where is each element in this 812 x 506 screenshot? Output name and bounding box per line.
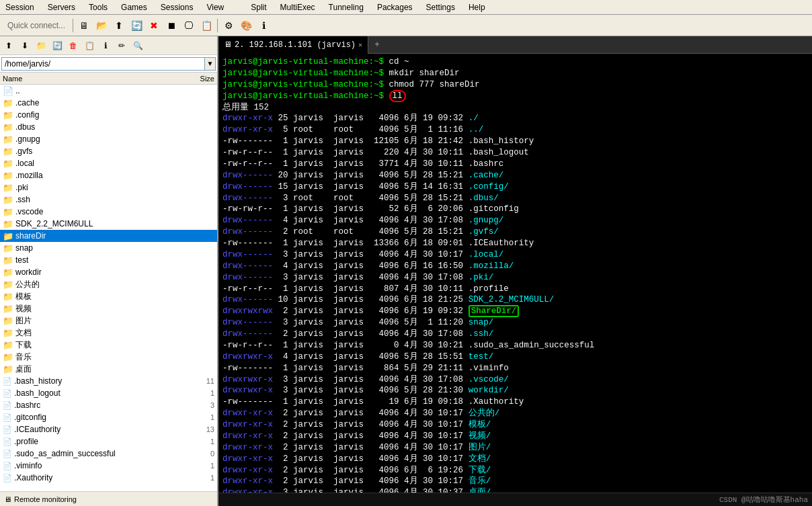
file-name: SDK_2.2_MCIM6ULL: [15, 219, 93, 228]
watermark: CSDN @咕噜咕噜斯基haha: [218, 493, 812, 506]
col-name-header: Name: [3, 75, 188, 83]
list-item[interactable]: 📁公共的: [0, 278, 217, 290]
up-icon[interactable]: ⬆: [111, 17, 127, 34]
list-item[interactable]: 📄.sudo_as_admin_successful0: [0, 448, 217, 460]
list-item[interactable]: 📁桌面: [0, 363, 217, 375]
col-size-header: Size: [188, 75, 214, 83]
menu-servers[interactable]: Servers: [45, 1, 78, 13]
new-session-icon[interactable]: 🖥: [76, 17, 92, 34]
file-name: 桌面: [15, 364, 32, 375]
file-name: test: [15, 255, 28, 265]
filetransfer-icon[interactable]: 📋: [198, 17, 214, 34]
list-item[interactable]: 📁视频: [0, 302, 217, 314]
menu-split[interactable]: Split: [248, 1, 269, 13]
terminal-icon[interactable]: 🖵: [181, 17, 197, 34]
menu-tools[interactable]: Tools: [86, 1, 110, 13]
tab-add-button[interactable]: +: [368, 36, 386, 54]
menu-multiexec[interactable]: MultiExec: [278, 1, 318, 13]
file-icon: 📄: [3, 377, 12, 386]
list-item[interactable]: 📁.ssh: [0, 194, 217, 206]
file-tree[interactable]: 📄..📁.cache📁.config📁.dbus📁.gnupg📁.gvfs📁.l…: [0, 85, 217, 491]
file-icon: 📁: [3, 146, 13, 157]
menu-sessions[interactable]: Sessions: [158, 1, 196, 13]
list-item[interactable]: 📁下载: [0, 339, 217, 351]
menu-view[interactable]: View: [204, 1, 227, 13]
term-line: drwxr-xr-x 5 root root 4096 5月 1 11:16 .…: [222, 124, 808, 136]
left-tb-refresh[interactable]: 🔄: [50, 38, 65, 53]
term-line: drwxr-xr-x 2 jarvis jarvis 4096 6月 6 19:…: [222, 465, 808, 476]
menu-settings[interactable]: Settings: [423, 1, 458, 13]
list-item[interactable]: 📁snap: [0, 242, 217, 254]
list-item[interactable]: 📁.gvfs: [0, 145, 217, 157]
term-line: drwxrwxr-x 3 jarvis jarvis 4096 4月 30 17…: [222, 374, 808, 386]
list-item[interactable]: 📄..: [0, 85, 217, 97]
list-item[interactable]: 📁图片: [0, 314, 217, 327]
list-item[interactable]: 📁.dbus: [0, 121, 217, 133]
menu-tunneling[interactable]: Tunneling: [326, 1, 366, 13]
menu-help[interactable]: Help: [466, 1, 488, 13]
terminal-tab[interactable]: 🖥 2. 192.168.1.101 (jarvis) ✕: [218, 36, 368, 54]
left-tb-new[interactable]: 📁: [34, 38, 48, 53]
list-item[interactable]: 📁.local: [0, 157, 217, 169]
list-item[interactable]: 📁.vscode: [0, 206, 217, 218]
term-line: drwx------ 10 jarvis jarvis 4096 6月 18 2…: [222, 294, 808, 306]
menu-session[interactable]: Session: [3, 1, 37, 13]
list-item[interactable]: 📁test: [0, 254, 217, 266]
file-icon: 📁: [3, 328, 13, 338]
paint-icon[interactable]: 🎨: [238, 17, 254, 34]
list-item[interactable]: 📁模板: [0, 290, 217, 302]
file-size: 1: [210, 462, 214, 470]
file-icon: 📄: [3, 450, 12, 458]
path-input[interactable]: [1, 57, 205, 71]
left-tb-copy[interactable]: 📋: [82, 38, 97, 53]
file-icon: 📁: [3, 364, 13, 374]
list-item[interactable]: 📁.config: [0, 109, 217, 121]
list-item[interactable]: 📁.mozilla: [0, 169, 217, 181]
term-line: jarvis@jarvis-virtual-machine:~$ ll: [222, 91, 808, 102]
left-tb-info[interactable]: ℹ: [98, 38, 113, 53]
menu-games[interactable]: Games: [118, 1, 150, 13]
file-name: .pki: [15, 183, 28, 192]
list-item[interactable]: 📁.pki: [0, 181, 217, 194]
list-item[interactable]: 📄.bashrc3: [0, 399, 217, 411]
list-item[interactable]: 📄.Xauthority1: [0, 472, 217, 484]
list-item[interactable]: 📁音乐: [0, 351, 217, 363]
list-item[interactable]: 📁shareDir: [0, 230, 217, 242]
open-icon[interactable]: 📂: [93, 17, 110, 34]
list-item[interactable]: 📄.viminfo1: [0, 460, 217, 472]
right-panel[interactable]: 🖥 2. 192.168.1.101 (jarvis) ✕ + jarvis@j…: [218, 36, 812, 506]
list-item[interactable]: 📁SDK_2.2_MCIM6ULL: [0, 218, 217, 230]
settings-icon[interactable]: ⚙: [220, 17, 237, 34]
terminal-content[interactable]: jarvis@jarvis-virtual-machine:~$ cd ~jar…: [218, 54, 812, 493]
file-name: 文档: [15, 327, 32, 339]
list-item[interactable]: 📄.ICEauthority13: [0, 423, 217, 435]
stop-icon[interactable]: ✖: [146, 17, 162, 34]
quick-connect-button[interactable]: Quick connect...: [3, 17, 70, 34]
term-line: drwxrwxr-x 3 jarvis jarvis 4096 5月 28 21…: [222, 385, 808, 396]
info-icon[interactable]: ℹ: [255, 17, 272, 34]
list-item[interactable]: 📄.profile1: [0, 435, 217, 448]
list-item[interactable]: 📁workdir: [0, 266, 217, 278]
list-item[interactable]: 📁.cache: [0, 97, 217, 109]
file-size: 3: [210, 401, 214, 409]
list-item[interactable]: 📄.bash_logout1: [0, 387, 217, 399]
term-line: drwx------ 3 jarvis jarvis 4096 5月 1 11:…: [222, 317, 808, 329]
left-tb-edit[interactable]: ✏: [114, 38, 129, 53]
list-item[interactable]: 📄.bash_history11: [0, 375, 217, 387]
file-name: .ICEauthority: [14, 425, 60, 434]
left-tb-search[interactable]: 🔍: [130, 38, 145, 53]
left-tb-up[interactable]: ⬆: [1, 38, 16, 53]
list-item[interactable]: 📁.gnupg: [0, 133, 217, 145]
left-tb-delete[interactable]: 🗑: [66, 38, 81, 53]
list-item[interactable]: 📄.gitconfig1: [0, 411, 217, 423]
file-icon: 📁: [3, 183, 13, 193]
file-icon: 📄: [3, 401, 12, 410]
menu-packages[interactable]: Packages: [374, 1, 415, 13]
list-item[interactable]: 📁文档: [0, 327, 217, 339]
refresh-icon[interactable]: 🔄: [128, 17, 145, 34]
path-dropdown[interactable]: ▼: [205, 57, 216, 71]
file-icon: 📁: [3, 255, 13, 265]
tab-close-button[interactable]: ✕: [358, 41, 362, 49]
left-tb-down[interactable]: ⬇: [17, 38, 32, 53]
disconnect-icon[interactable]: ⏹: [163, 17, 179, 34]
